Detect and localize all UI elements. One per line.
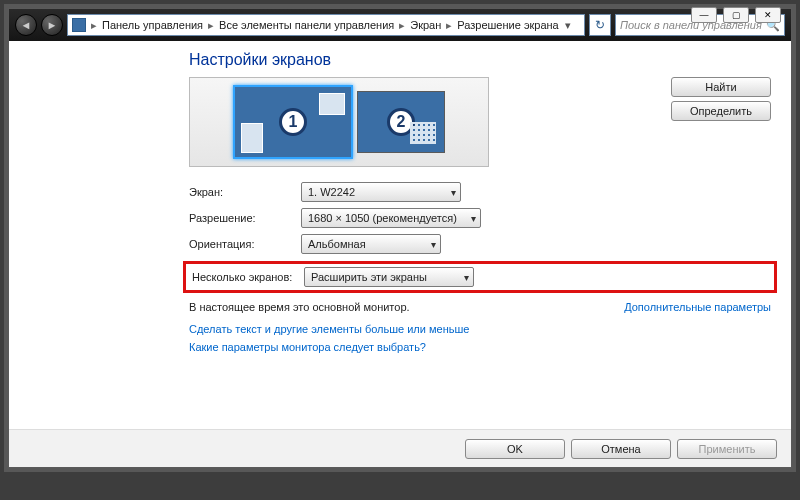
- taskbar-thumb-icon: [241, 123, 263, 153]
- advanced-settings-link[interactable]: Дополнительные параметры: [624, 301, 771, 313]
- row-orientation: Ориентация: Альбомная: [189, 231, 771, 257]
- row-resolution: Разрешение: 1680 × 1050 (рекомендуется): [189, 205, 771, 231]
- detect-button[interactable]: Найти: [671, 77, 771, 97]
- orientation-label: Ориентация:: [189, 238, 301, 250]
- breadcrumb-sep: ▸: [88, 19, 100, 32]
- identify-button[interactable]: Определить: [671, 101, 771, 121]
- monitor-1[interactable]: 1: [233, 85, 353, 159]
- note-text: В настоящее время это основной монитор.: [189, 301, 410, 313]
- resolution-select[interactable]: 1680 × 1050 (рекомендуется): [301, 208, 481, 228]
- settings-form: Экран: 1. W2242 Разрешение: 1680 × 1050 …: [189, 179, 771, 293]
- row-screen: Экран: 1. W2242: [189, 179, 771, 205]
- forward-button[interactable]: ►: [41, 14, 63, 36]
- monitor-params-link[interactable]: Какие параметры монитора следует выбрать…: [189, 341, 771, 353]
- primary-monitor-note: В настоящее время это основной монитор. …: [189, 301, 771, 313]
- breadcrumb-item[interactable]: Экран: [410, 19, 441, 31]
- multiple-displays-select[interactable]: Расширить эти экраны: [304, 267, 474, 287]
- text-size-link[interactable]: Сделать текст и другие элементы больше и…: [189, 323, 771, 335]
- minimize-button[interactable]: —: [691, 7, 717, 23]
- multi-label: Несколько экранов:: [192, 271, 304, 283]
- page-title: Настройки экранов: [189, 51, 771, 69]
- refresh-button[interactable]: ↻: [589, 14, 611, 36]
- help-links: Сделать текст и другие элементы больше и…: [189, 323, 771, 353]
- display-preview[interactable]: 1 2: [189, 77, 489, 167]
- ok-button[interactable]: OK: [465, 439, 565, 459]
- close-button[interactable]: ✕: [755, 7, 781, 23]
- monitor-number: 1: [279, 108, 307, 136]
- dialog-footer: OK Отмена Применить: [9, 429, 791, 467]
- grid-thumb-icon: [410, 122, 436, 144]
- window-thumb-icon: [319, 93, 345, 115]
- window-controls: — ▢ ✕: [691, 7, 781, 23]
- maximize-button[interactable]: ▢: [723, 7, 749, 23]
- back-button[interactable]: ◄: [15, 14, 37, 36]
- orientation-select[interactable]: Альбомная: [301, 234, 441, 254]
- breadcrumb-item[interactable]: Разрешение экрана: [457, 19, 558, 31]
- apply-button[interactable]: Применить: [677, 439, 777, 459]
- screen-select[interactable]: 1. W2242: [301, 182, 461, 202]
- resolution-label: Разрешение:: [189, 212, 301, 224]
- monitor-2[interactable]: 2: [357, 91, 445, 153]
- display-preview-row: 1 2 Найти Определить: [189, 77, 771, 167]
- screen-label: Экран:: [189, 186, 301, 198]
- breadcrumb-item[interactable]: Панель управления: [102, 19, 203, 31]
- preview-buttons: Найти Определить: [671, 77, 771, 121]
- breadcrumb-item[interactable]: Все элементы панели управления: [219, 19, 394, 31]
- cancel-button[interactable]: Отмена: [571, 439, 671, 459]
- control-panel-icon: [72, 18, 86, 32]
- row-multiple-displays-highlighted: Несколько экранов: Расширить эти экраны: [183, 261, 777, 293]
- window: — ▢ ✕ ◄ ► ▸ Панель управления ▸ Все элем…: [8, 8, 792, 468]
- address-dropdown-icon[interactable]: ▾: [561, 19, 575, 32]
- navbar: ◄ ► ▸ Панель управления ▸ Все элементы п…: [9, 9, 791, 41]
- address-bar[interactable]: ▸ Панель управления ▸ Все элементы панел…: [67, 14, 585, 36]
- content-area: Настройки экранов 1 2 Найти Определить: [9, 41, 791, 467]
